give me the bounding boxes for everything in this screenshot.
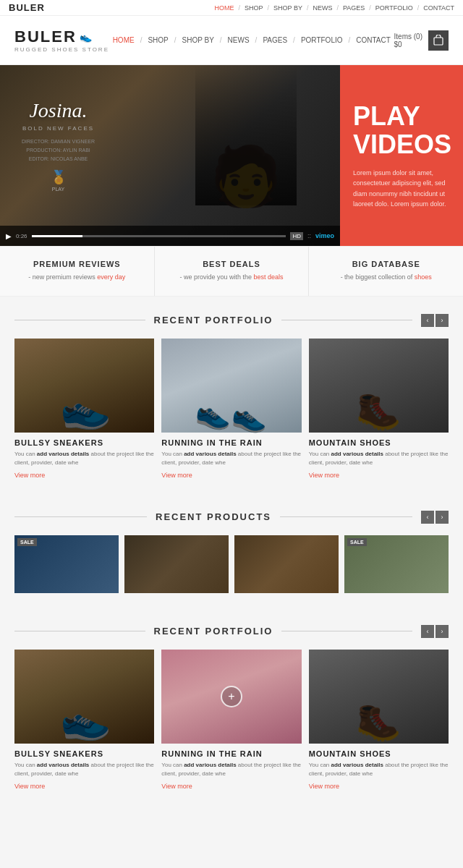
- section-line-left: [14, 320, 145, 320]
- portfolio-img-pink-2: +: [161, 650, 301, 744]
- vimeo-logo: vimeo: [315, 232, 334, 239]
- feature-title-reviews: PREMIUM REVIEWS: [12, 260, 143, 268]
- portfolio-item-1: 👟 BULLSY SNEAKERS You can add various de…: [14, 339, 154, 479]
- portfolio-desc-5: You can add various details about the pr…: [161, 761, 301, 778]
- portfolio-section-header-1: RECENT PORTFOLIO ‹ ›: [14, 314, 449, 327]
- svg-rect-0: [434, 38, 443, 45]
- main-nav-shop[interactable]: SHOP: [145, 35, 171, 46]
- portfolio-img-sneakers-1: 👟: [14, 339, 154, 433]
- main-nav-news[interactable]: NEWS: [225, 35, 252, 46]
- section-line-left-2: [14, 631, 145, 631]
- person-icon: 🧑: [210, 148, 282, 205]
- main-nav-home[interactable]: HOME: [110, 35, 137, 46]
- sneakers-img-2: 👟: [56, 696, 113, 744]
- products-section-title: RECENT PRODUCTS: [156, 511, 271, 522]
- feature-title-deals: BEST DEALS: [166, 260, 297, 268]
- hero-video[interactable]: Josina. BOLD NEW FACES DIRECTOR: DAMIAN …: [0, 65, 340, 246]
- portfolio-name-3: MOUNTAIN SHOES: [309, 438, 449, 447]
- view-more-5[interactable]: View more: [161, 783, 301, 790]
- portfolio-nav-1[interactable]: ‹ ›: [421, 314, 449, 327]
- portfolio-img-mountain-1: 🥾: [309, 339, 449, 433]
- view-more-1[interactable]: View more: [14, 472, 154, 479]
- products-next[interactable]: ›: [436, 511, 449, 524]
- mountain-img-2: 🥾: [356, 704, 401, 740]
- portfolio-desc-3: You can add various details about the pr…: [309, 450, 449, 467]
- main-nav-pages[interactable]: PAGES: [260, 35, 290, 46]
- feature-box-deals: BEST DEALS - we provide you with the bes…: [155, 247, 310, 296]
- cart-items-label: Items (0): [394, 33, 422, 41]
- portfolio-grid-2: 👟 BULLSY SNEAKERS You can add various de…: [0, 650, 463, 804]
- cart-area[interactable]: Items (0) $0: [394, 30, 449, 51]
- product-item-1: SALE: [14, 535, 119, 593]
- portfolio-grid-1: 👟 BULLSY SNEAKERS You can add various de…: [0, 339, 463, 493]
- main-nav-shopby[interactable]: SHOP BY: [179, 35, 217, 46]
- portfolio-prev-2[interactable]: ‹: [421, 625, 434, 638]
- topbar-nav-contact[interactable]: CONTACT: [423, 4, 454, 12]
- feature-title-database: BIG DATABASE: [320, 260, 451, 268]
- feature-desc-deals: - we provide you with the best deals: [166, 273, 297, 283]
- person-silhouette: 🧑: [195, 65, 297, 205]
- topbar-nav-shop[interactable]: SHOP: [245, 4, 263, 12]
- section-line-right: [281, 320, 412, 320]
- cart-icon[interactable]: [428, 30, 449, 51]
- logo-sub: RUGGED SHOES STORE: [14, 46, 109, 53]
- view-more-6[interactable]: View more: [309, 783, 449, 790]
- portfolio-section-title-2: RECENT PORTFOLIO: [154, 626, 273, 637]
- hero-heading: PLAY VIDEOS: [353, 102, 451, 159]
- portfolio-nav-2[interactable]: ‹ ›: [421, 625, 449, 638]
- product-item-2: [124, 535, 229, 593]
- portfolio-desc-4: You can add various details about the pr…: [14, 761, 154, 778]
- product-item-3: [234, 535, 339, 593]
- products-grid: SALE SALE: [0, 535, 463, 608]
- portfolio-next-1[interactable]: ›: [436, 314, 449, 327]
- portfolio-section-title-1: RECENT PORTFOLIO: [154, 315, 273, 326]
- product-item-4: SALE: [344, 535, 449, 593]
- portfolio-item-2: 👟👟 RUNNING IN THE RAIN You can add vario…: [161, 339, 301, 479]
- time-display: 0:26: [16, 233, 27, 239]
- feature-boxes: PREMIUM REVIEWS - new premium reviews ev…: [0, 246, 463, 297]
- portfolio-img-mountain-2: 🥾: [309, 650, 449, 744]
- view-more-2[interactable]: View more: [161, 472, 301, 479]
- main-nav-portfolio[interactable]: PORTFOLIO: [298, 35, 346, 46]
- topbar-logo: BULER: [9, 2, 45, 13]
- topbar-nav-shopby[interactable]: SHOP BY: [273, 4, 302, 12]
- portfolio-name-2: RUNNING IN THE RAIN: [161, 438, 301, 447]
- topbar-nav-home[interactable]: HOME: [214, 4, 234, 12]
- products-nav[interactable]: ‹ ›: [421, 511, 449, 524]
- topbar-nav-news[interactable]: NEWS: [313, 4, 332, 12]
- hero-section: Josina. BOLD NEW FACES DIRECTOR: DAMIAN …: [0, 65, 463, 246]
- portfolio-next-2[interactable]: ›: [436, 625, 449, 638]
- portfolio-desc-2: You can add various details about the pr…: [161, 450, 301, 467]
- product-img-3: [234, 535, 339, 593]
- video-controls[interactable]: ▶ 0:26 HD :: vimeo: [0, 226, 340, 246]
- products-line-left: [14, 516, 147, 517]
- portfolio-desc-6: You can add various details about the pr…: [309, 761, 449, 778]
- portfolio-img-rain-1: 👟👟: [161, 339, 301, 433]
- portfolio-name-4: BULLSY SNEAKERS: [14, 749, 154, 758]
- sale-badge-1: SALE: [17, 538, 37, 546]
- feature-box-reviews: PREMIUM REVIEWS - new premium reviews ev…: [0, 247, 155, 296]
- section-line-right-2: [281, 631, 412, 631]
- feature-box-database: BIG DATABASE - the biggest collection of…: [309, 247, 463, 296]
- products-prev[interactable]: ‹: [421, 511, 434, 524]
- portfolio-name-1: BULLSY SNEAKERS: [14, 438, 154, 447]
- portfolio-desc-1: You can add various details about the pr…: [14, 450, 154, 467]
- portfolio-img-sneakers-2: 👟: [14, 650, 154, 744]
- progress-bar[interactable]: [32, 235, 286, 237]
- topbar-nav-portfolio[interactable]: PORTFOLIO: [375, 4, 413, 12]
- product-img-2: [124, 535, 229, 593]
- feature-desc-reviews: - new premium reviews every day: [12, 273, 143, 283]
- portfolio-item-4: 👟 BULLSY SNEAKERS You can add various de…: [14, 650, 154, 790]
- sneakers-img-1: 👟: [56, 385, 113, 433]
- view-more-3[interactable]: View more: [309, 472, 449, 479]
- view-more-4[interactable]: View more: [14, 783, 154, 790]
- topbar-nav-pages[interactable]: PAGES: [343, 4, 365, 12]
- portfolio-item-3: 🥾 MOUNTAIN SHOES You can add various det…: [309, 339, 449, 479]
- rain-img-1: 👟👟: [194, 396, 268, 432]
- play-button[interactable]: ▶: [6, 232, 12, 240]
- main-header: BULER 👟 RUGGED SHOES STORE HOME / SHOP /…: [0, 16, 463, 65]
- main-nav-contact[interactable]: CONTACT: [353, 35, 394, 46]
- hero-text-panel: PLAY VIDEOS Lorem ipsum dolor sit amet, …: [340, 65, 463, 246]
- portfolio-prev-1[interactable]: ‹: [421, 314, 434, 327]
- overlay-plus[interactable]: +: [221, 686, 242, 707]
